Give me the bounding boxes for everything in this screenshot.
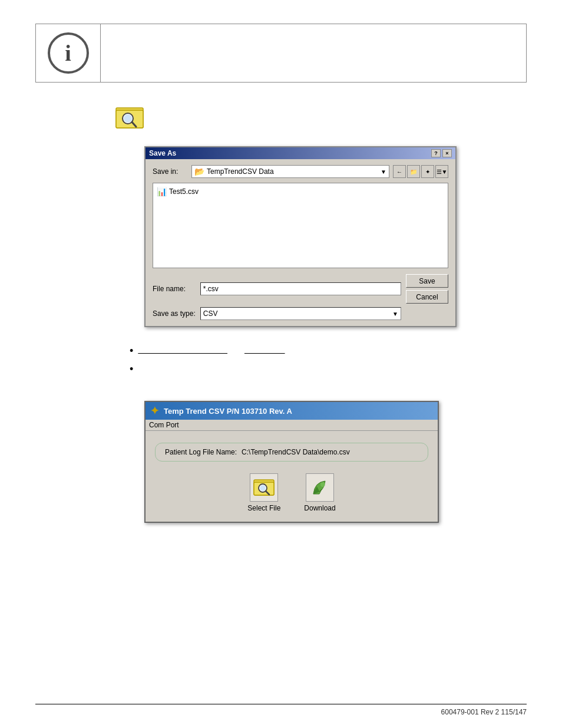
info-icon-cell: i — [36, 24, 101, 82]
back-btn[interactable]: ← — [393, 165, 406, 178]
save-in-label: Save in: — [153, 167, 188, 176]
save-button[interactable]: Save — [406, 274, 448, 288]
patient-log-label: Patient Log File Name: — [165, 448, 237, 456]
select-file-svg — [253, 476, 275, 499]
select-file-icon — [250, 473, 278, 502]
com-port-menu[interactable]: Com Port — [149, 421, 179, 429]
app-title-star: ✦ — [150, 404, 159, 417]
folder-icon: 📂 — [194, 167, 204, 176]
save-type-value: CSV — [203, 309, 218, 318]
bullet-1-underline2 — [244, 345, 285, 354]
bullet-dot-2: • — [130, 364, 133, 374]
cancel-button[interactable]: Cancel — [406, 290, 448, 304]
dropdown-arrow: ▼ — [381, 169, 386, 175]
patient-log-value: C:\TempTrendCSV Data\demo.csv — [242, 448, 350, 456]
file-name-item: Test5.csv — [169, 187, 199, 196]
info-icon: i — [48, 32, 89, 74]
up-btn[interactable]: 📁 — [407, 165, 420, 178]
magnifier-icon — [115, 103, 144, 133]
app-buttons-row: Select File Download — [155, 473, 428, 512]
save-dialog-bottom: File name: Save Cancel Save as type: CSV… — [153, 274, 448, 320]
toolbar-icons: ← 📁 ✦ ☰▼ — [393, 165, 448, 178]
file-list-area: 📊 Test5.csv — [153, 183, 448, 268]
app-window: ✦ Temp Trend CSV P/N 103710 Rev. A Com P… — [144, 401, 439, 523]
download-label: Download — [304, 504, 335, 512]
save-type-dropdown[interactable]: CSV ▼ — [200, 307, 401, 320]
dialog-close-btn[interactable]: × — [442, 149, 452, 157]
file-list-item: 📊 Test5.csv — [156, 186, 445, 197]
svg-point-10 — [320, 482, 325, 487]
file-name-label: File name: — [153, 285, 196, 293]
views-btn[interactable]: ☰▼ — [435, 165, 448, 178]
app-titlebar: ✦ Temp Trend CSV P/N 103710 Rev. A — [146, 402, 438, 420]
app-menubar: Com Port — [146, 420, 438, 431]
bullet-dot-1: • — [130, 345, 133, 356]
app-title: Temp Trend CSV P/N 103710 Rev. A — [164, 407, 292, 416]
dialog-controls: ? × — [431, 149, 452, 157]
dialog-body: Save in: 📂 TempTrendCSV Data ▼ ← 📁 ✦ ☰▼ … — [146, 159, 455, 326]
dialog-help-btn[interactable]: ? — [431, 149, 441, 157]
bullets-area: • • — [130, 345, 503, 381]
svg-point-8 — [260, 485, 266, 491]
save-type-arrow: ▼ — [392, 311, 398, 317]
bullet-1-underline1 — [138, 345, 227, 354]
select-file-label: Select File — [247, 504, 280, 512]
footer: 600479-001 Rev 2 115/147 — [35, 704, 527, 716]
save-type-label: Save as type: — [153, 309, 196, 318]
info-box: i — [35, 24, 527, 83]
save-cancel-buttons: Save Cancel — [406, 274, 448, 304]
select-file-button[interactable]: Select File — [247, 473, 280, 512]
info-text — [101, 24, 526, 82]
new-folder-btn[interactable]: ✦ — [421, 165, 434, 178]
download-svg — [309, 476, 331, 499]
save-in-value: TempTrendCSV Data — [207, 167, 274, 176]
footer-text: 600479-001 Rev 2 115/147 — [441, 708, 527, 716]
save-as-dialog: Save As ? × Save in: 📂 TempTrendCSV Data… — [144, 146, 457, 327]
dialog-titlebar: Save As ? × — [146, 147, 455, 159]
magnifier-svg — [115, 103, 144, 133]
download-icon — [306, 473, 334, 502]
bullet-text-1 — [138, 345, 285, 355]
file-name-input[interactable] — [200, 282, 401, 295]
bullet-item-1: • — [130, 345, 503, 356]
bullet-1-middle — [230, 345, 243, 354]
file-icon: 📊 — [157, 187, 167, 196]
app-body: Patient Log File Name: C:\TempTrendCSV D… — [146, 431, 438, 522]
svg-point-3 — [124, 114, 132, 123]
download-button[interactable]: Download — [304, 473, 335, 512]
bullet-item-2: • — [130, 363, 503, 374]
dialog-title: Save As — [149, 149, 176, 157]
patient-log-row: Patient Log File Name: C:\TempTrendCSV D… — [155, 443, 428, 462]
save-in-row: Save in: 📂 TempTrendCSV Data ▼ ← 📁 ✦ ☰▼ — [153, 165, 448, 178]
save-in-dropdown[interactable]: 📂 TempTrendCSV Data ▼ — [191, 165, 389, 178]
